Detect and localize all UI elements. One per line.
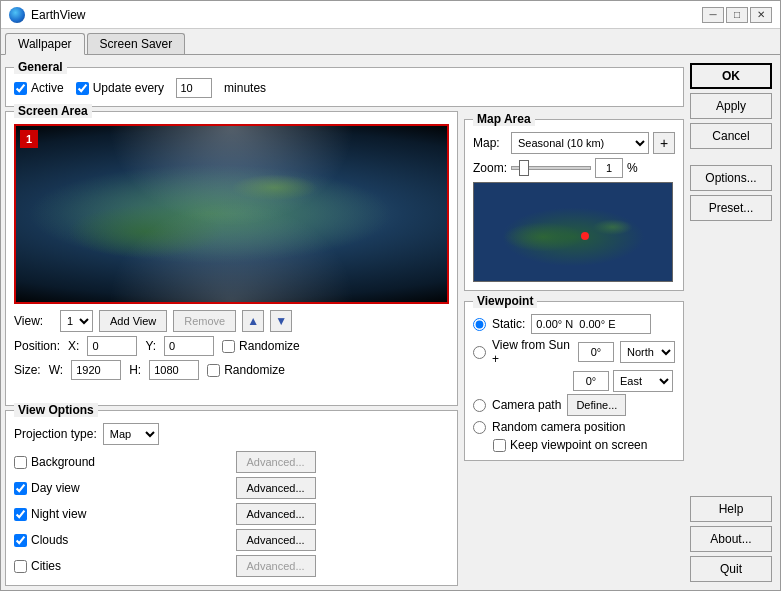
randomize2-checkbox[interactable] — [207, 364, 220, 377]
nightview-label[interactable]: Night view — [14, 507, 86, 521]
position-row: Position: X: Y: Randomize — [14, 336, 449, 356]
randomize1-label[interactable]: Randomize — [222, 339, 300, 353]
add-view-button[interactable]: Add View — [99, 310, 167, 332]
zoom-label: Zoom: — [473, 161, 507, 175]
randomize1-checkbox[interactable] — [222, 340, 235, 353]
zoom-slider[interactable] — [511, 166, 591, 170]
randomize1-text: Randomize — [239, 339, 300, 353]
background-checkbox[interactable] — [14, 456, 27, 469]
maximize-button[interactable]: □ — [726, 7, 748, 23]
cities-label[interactable]: Cities — [14, 559, 61, 573]
screen-number: 1 — [20, 130, 38, 148]
sun-radio[interactable] — [473, 346, 486, 359]
sun-deg-east-input[interactable] — [573, 371, 609, 391]
position-y-input[interactable] — [164, 336, 214, 356]
active-checkbox-label[interactable]: Active — [14, 81, 64, 95]
ok-button[interactable]: OK — [690, 63, 772, 89]
apply-button[interactable]: Apply — [690, 93, 772, 119]
clouds-checkbox[interactable] — [14, 534, 27, 547]
main-window: EarthView ─ □ ✕ Wallpaper Screen Saver G… — [0, 0, 781, 591]
up-arrow-icon: ▲ — [247, 314, 259, 328]
keep-label[interactable]: Keep viewpoint on screen — [493, 438, 647, 452]
cities-advanced-button[interactable]: Advanced... — [236, 555, 316, 577]
random-label: Random camera position — [492, 420, 625, 434]
nightview-row: Night view — [14, 503, 228, 525]
keep-text: Keep viewpoint on screen — [510, 438, 647, 452]
main-content: General Active Update every minutes — [1, 55, 780, 590]
nightview-checkbox[interactable] — [14, 508, 27, 521]
help-button[interactable]: Help — [690, 496, 772, 522]
quit-button[interactable]: Quit — [690, 556, 772, 582]
background-text: Background — [31, 455, 95, 469]
right-content-col: Map Area Map: Seasonal (10 km) Blue Marb… — [464, 111, 684, 586]
tab-screensaver[interactable]: Screen Saver — [87, 33, 186, 54]
define-button[interactable]: Define... — [567, 394, 626, 416]
randomize2-label[interactable]: Randomize — [207, 363, 285, 377]
background-advanced-button[interactable]: Advanced... — [236, 451, 316, 473]
static-coords-input[interactable] — [531, 314, 651, 334]
view-select[interactable]: 1 — [60, 310, 93, 332]
update-interval-input[interactable] — [176, 78, 212, 98]
down-arrow-icon: ▼ — [275, 314, 287, 328]
options-button[interactable]: Options... — [690, 165, 772, 191]
tab-wallpaper[interactable]: Wallpaper — [5, 33, 85, 55]
view-from-sun-row: View from Sun + North South — [473, 338, 675, 366]
about-button[interactable]: About... — [690, 526, 772, 552]
view-label: View: — [14, 314, 54, 328]
map-select[interactable]: Seasonal (10 km) Blue Marble — [511, 132, 649, 154]
update-checkbox[interactable] — [76, 82, 89, 95]
viewpoint-section: Viewpoint Static: View from Sun + — [464, 301, 684, 461]
clouds-label[interactable]: Clouds — [14, 533, 68, 547]
add-map-button[interactable]: + — [653, 132, 675, 154]
cities-row: Cities — [14, 555, 228, 577]
nightview-advanced-button[interactable]: Advanced... — [236, 503, 316, 525]
dayview-label[interactable]: Day view — [14, 481, 80, 495]
right-panel: OK Apply Cancel Options... Preset... Hel… — [688, 59, 776, 586]
nightview-text: Night view — [31, 507, 86, 521]
map-area-section: Map Area Map: Seasonal (10 km) Blue Marb… — [464, 119, 684, 291]
keep-checkbox[interactable] — [493, 439, 506, 452]
dayview-text: Day view — [31, 481, 80, 495]
random-radio[interactable] — [473, 421, 486, 434]
background-label[interactable]: Background — [14, 455, 95, 469]
dayview-checkbox[interactable] — [14, 482, 27, 495]
w-label: W: — [49, 363, 63, 377]
clouds-row: Clouds — [14, 529, 228, 551]
map-row: Map: Seasonal (10 km) Blue Marble + — [473, 132, 675, 154]
sun-deg-north-input[interactable] — [578, 342, 614, 362]
update-checkbox-label[interactable]: Update every — [76, 81, 164, 95]
size-w-input[interactable] — [71, 360, 121, 380]
dayview-advanced-button[interactable]: Advanced... — [236, 477, 316, 499]
zoom-value-input[interactable] — [595, 158, 623, 178]
north-select[interactable]: North South — [620, 341, 675, 363]
camera-path-label: Camera path — [492, 398, 561, 412]
size-label: Size: — [14, 363, 41, 377]
static-label: Static: — [492, 317, 525, 331]
cities-text: Cities — [31, 559, 61, 573]
static-row: Static: — [473, 314, 675, 334]
app-icon — [9, 7, 25, 23]
projection-select[interactable]: Map Globe Flat — [103, 423, 159, 445]
move-down-button[interactable]: ▼ — [270, 310, 292, 332]
map-area-title: Map Area — [473, 112, 535, 126]
camera-path-radio[interactable] — [473, 399, 486, 412]
view-options-title: View Options — [14, 403, 98, 417]
dayview-advanced-row: Advanced... — [236, 477, 450, 499]
minimize-button[interactable]: ─ — [702, 7, 724, 23]
cities-checkbox[interactable] — [14, 560, 27, 573]
titlebar-controls: ─ □ ✕ — [702, 7, 772, 23]
move-up-button[interactable]: ▲ — [242, 310, 264, 332]
remove-button[interactable]: Remove — [173, 310, 236, 332]
size-row: Size: W: H: Randomize — [14, 360, 449, 380]
size-h-input[interactable] — [149, 360, 199, 380]
clouds-advanced-button[interactable]: Advanced... — [236, 529, 316, 551]
position-x-input[interactable] — [87, 336, 137, 356]
preset-button[interactable]: Preset... — [690, 195, 772, 221]
active-checkbox[interactable] — [14, 82, 27, 95]
east-select[interactable]: East West — [613, 370, 673, 392]
static-radio[interactable] — [473, 318, 486, 331]
close-button[interactable]: ✕ — [750, 7, 772, 23]
cities-advanced-row: Advanced... — [236, 555, 450, 577]
position-label: Position: — [14, 339, 60, 353]
cancel-button[interactable]: Cancel — [690, 123, 772, 149]
